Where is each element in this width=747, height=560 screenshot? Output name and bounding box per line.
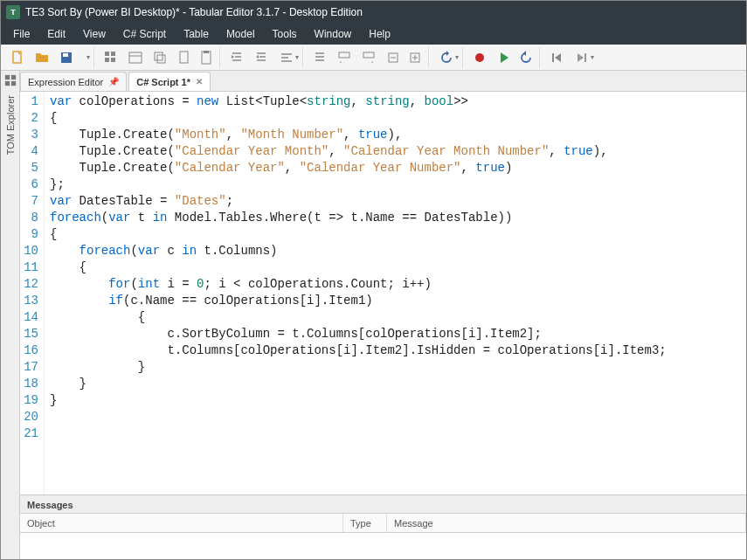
code-editor[interactable]: 123456789101112131415161718192021 var co… [20, 92, 746, 494]
tab-expression-editor[interactable]: Expression Editor 📌 [20, 72, 127, 91]
svg-rect-13 [204, 51, 209, 53]
save-dropdown-icon[interactable] [80, 47, 94, 68]
new-file-icon[interactable] [6, 47, 29, 68]
tab-csharp-script[interactable]: C# Script 1* ✕ [128, 72, 211, 91]
menu-model[interactable]: Model [218, 24, 264, 45]
svg-rect-40 [4, 81, 9, 86]
svg-rect-5 [105, 58, 109, 62]
svg-point-35 [475, 53, 484, 62]
step-forward-dropdown-icon[interactable] [570, 47, 598, 68]
menu-help[interactable]: Help [360, 24, 399, 45]
svg-rect-39 [10, 75, 15, 80]
svg-rect-2 [63, 53, 68, 57]
tab-csharp-script-label: C# Script 1* [136, 77, 190, 87]
window-title: TE3 Sort By (Power BI Desktop)* - Tabula… [25, 1, 363, 24]
menu-bar: File Edit View C# Script Table Model Too… [1, 24, 746, 45]
duplicate-icon[interactable] [149, 47, 171, 68]
svg-rect-41 [10, 81, 15, 86]
grid-icon[interactable] [100, 47, 122, 68]
uncomment-icon[interactable] [357, 47, 380, 68]
messages-body [20, 533, 746, 559]
svg-rect-28 [363, 52, 374, 58]
title-bar: T TE3 Sort By (Power BI Desktop)* - Tabu… [1, 1, 746, 24]
format-dropdown-icon[interactable] [274, 47, 303, 68]
svg-rect-37 [584, 53, 586, 62]
messages-col-type[interactable]: Type [343, 514, 387, 532]
messages-col-message[interactable]: Message [387, 514, 746, 532]
tom-explorer-tab[interactable]: TOM Explorer [5, 95, 16, 155]
tom-explorer-icon [4, 74, 17, 86]
toolbar [1, 45, 746, 71]
collapse-icon[interactable] [382, 47, 405, 68]
messages-columns: Object Type Message [20, 514, 746, 533]
pin-icon[interactable]: 📌 [108, 77, 119, 86]
close-icon[interactable]: ✕ [196, 77, 203, 86]
run-icon[interactable] [493, 47, 515, 68]
svg-rect-6 [111, 58, 115, 62]
comment-icon[interactable] [333, 47, 356, 68]
menu-file[interactable]: File [4, 24, 38, 45]
svg-rect-3 [105, 52, 109, 56]
svg-rect-7 [129, 52, 142, 63]
svg-rect-9 [155, 52, 163, 60]
svg-rect-36 [552, 53, 554, 62]
indent-icon[interactable] [250, 47, 273, 68]
svg-rect-11 [180, 52, 188, 63]
menu-window[interactable]: Window [306, 24, 361, 45]
align-icon[interactable] [308, 47, 331, 68]
outdent-icon[interactable] [225, 47, 248, 68]
app-logo: T [6, 5, 20, 19]
paste-icon[interactable] [197, 47, 220, 68]
menu-view[interactable]: View [74, 24, 114, 45]
refresh-dropdown-icon[interactable] [434, 47, 463, 68]
svg-rect-38 [4, 75, 9, 80]
messages-col-object[interactable]: Object [20, 514, 343, 532]
save-icon[interactable] [55, 47, 78, 68]
open-folder-icon[interactable] [31, 47, 53, 68]
tab-strip: Expression Editor 📌 C# Script 1* ✕ [20, 71, 746, 92]
menu-csharp-script[interactable]: C# Script [114, 24, 175, 45]
menu-table[interactable]: Table [175, 24, 218, 45]
line-gutter: 123456789101112131415161718192021 [20, 92, 45, 494]
svg-rect-10 [157, 55, 165, 63]
expand-icon[interactable] [406, 47, 429, 68]
code-area[interactable]: var colOperations = new List<Tuple<strin… [45, 92, 746, 494]
menu-edit[interactable]: Edit [38, 24, 74, 45]
tab-expression-editor-label: Expression Editor [28, 77, 103, 87]
menu-tools[interactable]: Tools [264, 24, 306, 45]
table-icon[interactable] [124, 47, 147, 68]
undo-run-icon[interactable] [517, 47, 540, 68]
messages-panel-header[interactable]: Messages [20, 494, 746, 514]
record-icon[interactable] [468, 47, 491, 68]
svg-rect-26 [339, 52, 349, 58]
left-rail[interactable]: TOM Explorer [1, 71, 20, 559]
svg-rect-12 [202, 52, 211, 64]
document-icon[interactable] [173, 47, 196, 68]
step-back-icon[interactable] [545, 47, 568, 68]
svg-rect-4 [111, 52, 115, 56]
